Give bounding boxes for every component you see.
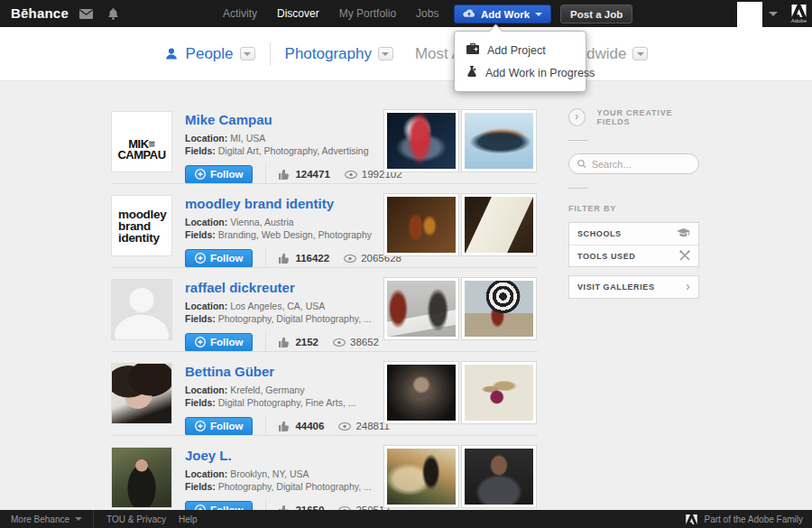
appreciations-stat: 116422 xyxy=(279,253,329,264)
filter-people-label[interactable]: People xyxy=(186,45,234,63)
filter-group: SCHOOLS TOOLS USED xyxy=(568,222,699,267)
nav-my-portfolio[interactable]: My Portfolio xyxy=(339,7,396,20)
nav-right-group: Adobe xyxy=(737,0,807,27)
person-name-link[interactable]: raffael dickreuter xyxy=(185,280,295,295)
caret-down-icon xyxy=(75,517,82,524)
footer-tou-privacy-link[interactable]: TOU & Privacy xyxy=(106,514,166,524)
person-name-link[interactable]: moodley brand identity xyxy=(185,196,334,211)
chevron-right-icon: › xyxy=(686,279,690,292)
project-thumbnails xyxy=(383,361,537,424)
avatar-photo[interactable] xyxy=(111,363,172,424)
sidebar-divider xyxy=(568,140,588,141)
adobe-icon xyxy=(686,514,697,524)
nav-icon-group xyxy=(79,0,119,27)
project-thumbnail[interactable] xyxy=(383,109,459,172)
people-list: MIK≡ CAMPAU Mike Campau Location: MI, US… xyxy=(111,111,538,519)
adobe-family: Part of the Adobe Family xyxy=(686,514,812,524)
post-a-job-button[interactable]: Post a Job xyxy=(560,5,632,23)
cloud-upload-icon xyxy=(463,9,475,20)
footer-help-link[interactable]: Help xyxy=(179,514,198,524)
nav-jobs[interactable]: Jobs xyxy=(416,7,438,20)
filter-divider xyxy=(270,42,271,66)
project-thumbnail[interactable] xyxy=(461,277,537,340)
region-dropdown-toggle[interactable] xyxy=(632,47,648,60)
nav-buttons: Add Work Post a Job xyxy=(454,5,632,23)
menu-item-add-project[interactable]: Add Project xyxy=(455,39,586,61)
filter-schools[interactable]: SCHOOLS xyxy=(569,223,698,245)
avatar-photo[interactable] xyxy=(111,447,172,508)
eye-icon xyxy=(345,171,357,179)
creative-fields-expand-icon[interactable] xyxy=(568,108,586,126)
notifications-bell-icon[interactable] xyxy=(107,8,119,20)
plus-circle-icon xyxy=(195,169,206,180)
person-card: Bettina Güber Location: Krefeld, Germany… xyxy=(111,351,538,435)
discover-filter-bar: People Photography Most Appreciated Worl… xyxy=(0,27,812,81)
person-card: raffael dickreuter Location: Los Angeles… xyxy=(111,267,538,351)
avatar[interactable]: MIK≡ CAMPAU xyxy=(111,111,172,172)
follow-button[interactable]: Follow xyxy=(185,333,253,352)
thumbs-up-icon xyxy=(279,169,291,180)
person-name-link[interactable]: Bettina Güber xyxy=(185,364,274,379)
project-thumbnail[interactable] xyxy=(461,445,537,508)
project-thumbnail[interactable] xyxy=(461,109,537,172)
person-card: moodley brand identity moodley brand ide… xyxy=(111,183,538,267)
filter-by-label: FILTER BY xyxy=(568,204,699,213)
thumbs-up-icon xyxy=(279,337,291,347)
nav-discover[interactable]: Discover xyxy=(277,7,319,20)
user-avatar[interactable] xyxy=(737,2,762,27)
thumbs-up-icon xyxy=(279,421,291,431)
avatar[interactable]: moodley brand identity xyxy=(111,195,172,256)
project-thumbnail[interactable] xyxy=(461,193,537,256)
top-navbar: Bēhance Activity Discover My Portfolio J… xyxy=(0,0,812,27)
more-behance-menu[interactable]: More Behance xyxy=(0,510,94,528)
follow-button[interactable]: Follow xyxy=(185,417,253,436)
follow-button[interactable]: Follow xyxy=(185,249,253,268)
plus-circle-icon xyxy=(195,421,206,431)
project-thumbnail[interactable] xyxy=(383,361,459,424)
add-work-dropdown-menu: Add Project Add Work in Progress xyxy=(454,31,586,92)
footer-bar: More Behance TOU & Privacy Help Part of … xyxy=(0,510,812,528)
person-name-link[interactable]: Mike Campau xyxy=(185,112,272,127)
search-input[interactable] xyxy=(592,159,690,170)
project-thumbnails xyxy=(383,445,537,508)
project-thumbnail[interactable] xyxy=(383,445,459,508)
person-name-link[interactable]: Joey L. xyxy=(185,448,232,463)
eye-icon xyxy=(344,255,356,263)
search-icon xyxy=(577,159,586,169)
add-project-briefcase-icon xyxy=(466,43,479,57)
project-thumbnail[interactable] xyxy=(383,193,459,256)
plus-circle-icon xyxy=(195,253,206,264)
nav-activity[interactable]: Activity xyxy=(223,7,257,20)
appreciations-stat: 124471 xyxy=(279,169,329,180)
behance-logo[interactable]: Bēhance xyxy=(11,0,69,27)
people-icon xyxy=(164,47,179,61)
follow-button[interactable]: Follow xyxy=(185,165,253,184)
thumbs-up-icon xyxy=(279,253,291,264)
people-dropdown-toggle[interactable] xyxy=(240,47,255,60)
plus-circle-icon xyxy=(195,337,206,347)
messages-icon[interactable] xyxy=(79,9,93,19)
filter-category-label[interactable]: Photography xyxy=(285,45,372,63)
filter-tools-used[interactable]: TOOLS USED xyxy=(569,245,698,266)
appreciations-stat: 44406 xyxy=(279,421,324,431)
visit-galleries-link[interactable]: VISIT GALLERIES › xyxy=(569,276,698,298)
project-thumbnail[interactable] xyxy=(383,277,459,340)
adobe-logo: Adobe xyxy=(791,5,807,23)
menu-item-add-wip[interactable]: Add Work in Progress xyxy=(455,61,586,84)
search-box[interactable] xyxy=(568,153,699,174)
project-thumbnail[interactable] xyxy=(461,361,537,424)
category-dropdown-toggle[interactable] xyxy=(378,47,393,60)
eye-icon xyxy=(333,338,346,347)
add-wip-flask-icon xyxy=(466,66,477,79)
creative-fields-label: YOUR CREATIVE FIELDS xyxy=(597,108,700,126)
avatar-placeholder[interactable] xyxy=(111,279,172,340)
add-work-button[interactable]: Add Work xyxy=(454,5,551,23)
add-work-caret-icon xyxy=(535,13,542,20)
appreciations-stat: 2152 xyxy=(279,337,318,347)
right-sidebar: YOUR CREATIVE FIELDS FILTER BY SCHOOLS T… xyxy=(568,108,699,299)
project-thumbnails xyxy=(383,277,537,340)
tools-icon xyxy=(679,248,690,264)
person-card: Joey L. Location: Brooklyn, NY, USA Fiel… xyxy=(111,435,538,519)
user-menu-caret-icon[interactable] xyxy=(769,12,778,21)
visit-galleries-box: VISIT GALLERIES › xyxy=(568,275,699,299)
